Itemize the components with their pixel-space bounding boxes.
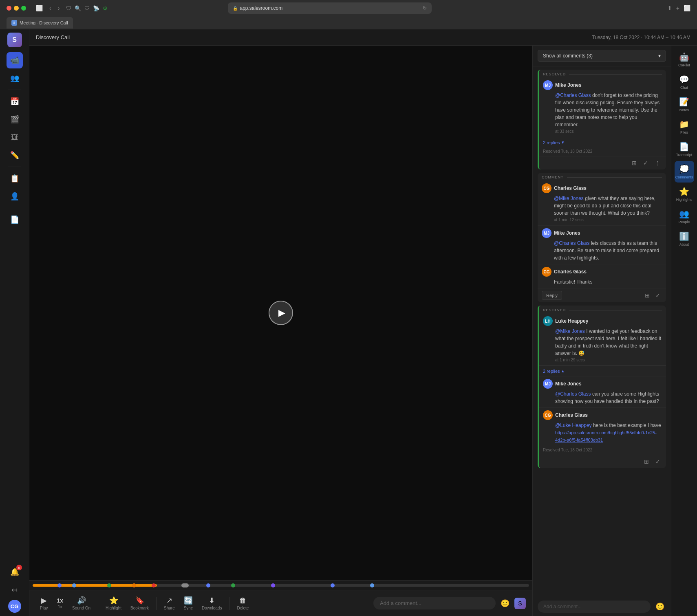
chat-label: Chat (680, 86, 688, 90)
thread-1-clip-icon[interactable]: ⊞ (630, 159, 638, 167)
comments-filter-dropdown[interactable]: Show all comments (3) ▾ (538, 50, 666, 62)
thread-3-check-icon[interactable]: ✓ (654, 458, 662, 466)
sync-icon: 🔄 (184, 596, 193, 605)
list-icon: 📋 (10, 174, 19, 183)
trash-icon: 🗑 (239, 596, 247, 605)
highlight-button[interactable]: ⭐ Highlight (101, 594, 126, 613)
thread-2-check-icon[interactable]: ✓ (654, 291, 662, 299)
files-label: Files (680, 130, 688, 134)
play-button[interactable]: ▶ Play (36, 594, 52, 613)
sidebar-item-calendar[interactable]: 📅 (7, 93, 23, 110)
emoji-button[interactable]: 🙂 (499, 597, 511, 609)
share-icon: ↗ (166, 596, 172, 605)
comment-label-2: COMMENT (538, 173, 666, 180)
comment-input[interactable] (373, 597, 496, 609)
thread-3-replies-toggle[interactable]: 2 replies ▴ (539, 365, 666, 376)
collapse-icon: ↤ (11, 585, 18, 594)
comment-thread-3: RESOLVED LH Luke Heappey @Mike Jones I w… (538, 306, 666, 468)
sync-button[interactable]: 🔄 Sync (180, 594, 197, 613)
play-icon: ▶ (41, 596, 47, 605)
timeline-track[interactable] (33, 584, 529, 587)
notifications-button[interactable]: 🔔 6 (7, 564, 23, 580)
reply-2-author: CG Charles Glass (542, 267, 662, 277)
sidebar-item-recordings[interactable]: 🎬 (7, 111, 23, 128)
thread-3-reply-1-author: MJ Mike Jones (543, 379, 662, 389)
collapse-sidebar-button[interactable]: ↤ (7, 582, 23, 598)
thread-2-reply-2: CG Charles Glass Fantastic! Thanks (538, 264, 666, 288)
panel-comment-input[interactable] (538, 601, 651, 613)
sidebar-item-doc[interactable]: 📄 (7, 211, 23, 228)
extensions-icon[interactable]: ⬜ (684, 5, 690, 11)
thread-3-body: LH Luke Heappey @Mike Jones I wanted to … (539, 313, 666, 365)
thread-3-clip-icon[interactable]: ⊞ (642, 458, 651, 466)
sound-button[interactable]: 🔊 Sound On (68, 594, 95, 613)
salesroom-logo: S (514, 598, 526, 609)
recordings-icon: 🎬 (10, 115, 19, 124)
thread-3-author: LH Luke Heappey (543, 316, 662, 326)
reply-1-author: MJ Mike Jones (542, 228, 662, 238)
highlight-label: Highlight (106, 606, 121, 610)
right-nav-transcript[interactable]: 📄 Transcript (675, 139, 694, 160)
app-container: S 📹 👥 📅 🎬 🖼 ✏️ 📋 👤 📄 (0, 29, 697, 616)
comments-icon: 💭 (679, 164, 689, 174)
reply-button[interactable]: Reply (542, 291, 562, 300)
address-bar[interactable]: 🔒 app.salesroom.com ↻ (228, 2, 432, 14)
minimize-button[interactable] (14, 6, 19, 11)
downloads-button[interactable]: ⬇ Downloads (198, 594, 226, 613)
sidebar-divider-2 (8, 167, 21, 167)
copilot-icon: 🤖 (679, 52, 689, 62)
highlight-link[interactable]: https://app.salesroom.com/highlight/55cf… (555, 430, 657, 442)
meeting-header: Discovery Call Tuesday, 18 Oct 2022 · 10… (29, 29, 697, 46)
sidebar-item-people-group[interactable]: 👥 (7, 70, 23, 86)
notification-badge: 6 (16, 565, 22, 570)
right-nav-chat[interactable]: 💬 Chat (675, 71, 694, 93)
comment-input-area: 🙂 (533, 597, 671, 616)
video-player[interactable]: ▶ (29, 46, 532, 580)
meeting-date: Tuesday, 18 Oct 2022 · 10:44 AM – 10:46 … (592, 35, 690, 40)
forward-button[interactable]: › (56, 4, 62, 12)
thread-2-clip-icon[interactable]: ⊞ (643, 291, 651, 299)
right-nav-copilot[interactable]: 🤖 CoPilot (675, 49, 694, 70)
play-pause-button[interactable]: ▶ (269, 301, 293, 325)
panel-emoji-button[interactable]: 🙂 (654, 601, 666, 613)
thread-1-replies-toggle[interactable]: 2 replies ▾ (539, 137, 666, 147)
doc-icon: 📄 (10, 215, 19, 224)
speed-button[interactable]: 1x 1x (53, 595, 67, 612)
reply-1-avatar: MJ (542, 228, 551, 238)
share-icon[interactable]: ⬆ (667, 5, 672, 11)
new-tab-icon[interactable]: + (676, 5, 679, 11)
main-content: ▶ (29, 46, 697, 616)
right-nav-people[interactable]: 👥 People (675, 206, 694, 227)
filter-label: Show all comments (3) (543, 53, 593, 59)
sidebar-item-edit[interactable]: ✏️ (7, 147, 23, 163)
thread-3-resolved-date: Resolved Tue, 18 Oct 2022 (539, 446, 666, 455)
close-button[interactable] (7, 6, 11, 11)
timeline-bar[interactable] (29, 580, 532, 590)
back-button[interactable]: ‹ (48, 4, 53, 12)
right-nav-comments[interactable]: 💭 Comments (675, 161, 694, 183)
app-logo[interactable]: S (7, 33, 22, 47)
thread-1-check-icon[interactable]: ✓ (642, 159, 650, 167)
browser-action-icons: ⬆ + ⬜ (667, 5, 690, 11)
sidebar-item-list[interactable]: 📋 (7, 170, 23, 187)
sidebar-item-video[interactable]: 📹 (7, 52, 23, 68)
right-nav-about[interactable]: ℹ️ About (675, 228, 694, 250)
right-panel: Show all comments (3) ▾ RESOLVED MJ Mike… (532, 46, 671, 616)
right-nav-highlights[interactable]: ⭐ Highlights (675, 183, 694, 205)
bookmark-button[interactable]: 🔖 Bookmark (126, 594, 153, 613)
user-avatar[interactable]: CG (8, 600, 21, 613)
notes-label: Notes (679, 108, 689, 112)
delete-label: Delete (237, 606, 249, 610)
thread-3-reply-1: MJ Mike Jones @Charles Glass can you sha… (539, 376, 666, 407)
sidebar-toggle-icon[interactable]: ⬜ (34, 4, 44, 12)
active-tab[interactable]: S Meeting · Discovery Call (7, 17, 73, 29)
fullscreen-button[interactable] (21, 6, 26, 11)
delete-button[interactable]: 🗑 Delete (233, 594, 253, 613)
thread-3-reply-2-name: Charles Glass (555, 412, 588, 418)
thread-1-more-icon[interactable]: ⋮ (653, 159, 662, 167)
sidebar-item-gallery[interactable]: 🖼 (7, 129, 23, 145)
share-button[interactable]: ↗ Share (160, 594, 179, 613)
right-nav-notes[interactable]: 📝 Notes (675, 94, 694, 115)
sidebar-item-contacts[interactable]: 👤 (7, 188, 23, 205)
right-nav-files[interactable]: 📁 Files (675, 116, 694, 138)
